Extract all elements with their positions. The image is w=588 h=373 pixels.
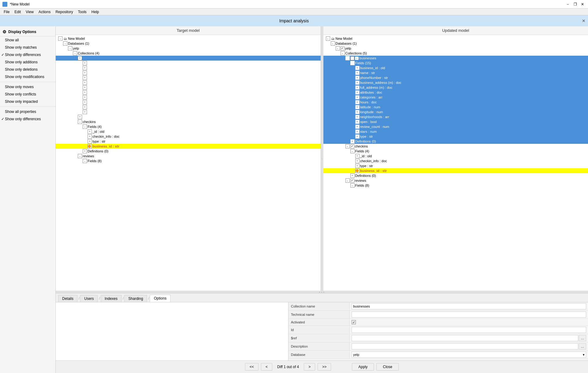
- sidebar-item-show-deletions[interactable]: Show only deletions: [0, 66, 55, 73]
- checkbox-icon[interactable]: ✓: [350, 144, 354, 148]
- technical-name-input[interactable]: [352, 311, 586, 318]
- horizontal-splitter[interactable]: • • •: [56, 291, 588, 293]
- expander-icon[interactable]: -: [68, 46, 72, 50]
- tree-row-businesses-selected[interactable]: - ✓ ○ businesses: [323, 56, 588, 61]
- tab-sharding[interactable]: Sharding: [124, 295, 147, 302]
- apply-button[interactable]: Apply: [352, 363, 374, 371]
- expander-icon[interactable]: -: [336, 46, 340, 50]
- expander-icon[interactable]: -: [341, 51, 345, 55]
- database-select[interactable]: yelp ▾: [352, 352, 586, 358]
- description-input[interactable]: [352, 343, 578, 349]
- expander-icon[interactable]: -: [345, 56, 350, 60]
- sidebar-divider-2: [0, 106, 55, 107]
- tab-users[interactable]: Users: [80, 295, 98, 302]
- nav-last-button[interactable]: >>: [318, 363, 331, 371]
- sidebar-item-label: Show only additions: [5, 60, 38, 64]
- menu-tools[interactable]: Tools: [76, 9, 89, 15]
- title-bar-controls[interactable]: − ❐ ✕: [565, 1, 586, 7]
- model-icon: 🗂: [331, 36, 335, 41]
- sidebar-item-show-impacted[interactable]: Show only impacted: [0, 98, 55, 105]
- nav-next-button[interactable]: >: [304, 363, 315, 371]
- activated-checkbox[interactable]: ✓: [352, 320, 356, 324]
- expander-icon[interactable]: -: [58, 36, 62, 41]
- sidebar-item-show-moves[interactable]: Show only moves: [0, 83, 55, 91]
- checkbox-icon[interactable]: ✓: [350, 179, 354, 183]
- expander-icon[interactable]: -: [326, 36, 330, 41]
- tabs-bar: Details / Users / Indexes / Sharding / O…: [56, 293, 588, 302]
- target-model-tree[interactable]: - 🗂 New Model - Databases (1) - y: [56, 35, 321, 291]
- leaf-icon: +: [83, 76, 87, 80]
- field-value-collection-name: [350, 302, 588, 310]
- vertical-splitter[interactable]: ⋮: [321, 26, 323, 291]
- sidebar-item-show-all[interactable]: Show all: [0, 36, 55, 44]
- expander-icon[interactable]: -: [63, 41, 67, 46]
- close-button[interactable]: Close: [376, 363, 399, 371]
- tab-indexes[interactable]: Indexes: [101, 295, 122, 302]
- tab-details[interactable]: Details: [58, 295, 77, 302]
- tab-options[interactable]: Options: [150, 295, 170, 302]
- sidebar-item-show-differences-2[interactable]: Show only differences: [0, 115, 55, 123]
- expander-icon[interactable]: -: [83, 159, 87, 163]
- menu-view[interactable]: View: [23, 9, 36, 15]
- menu-actions[interactable]: Actions: [36, 9, 53, 15]
- leaf-icon: +: [355, 120, 360, 124]
- title-bar-left: *New Model: [2, 2, 30, 7]
- tree-node-label: type : str: [360, 164, 373, 168]
- expander-icon[interactable]: -: [331, 41, 335, 46]
- sidebar-header: ⚙ Display Options: [0, 28, 55, 36]
- expander-icon[interactable]: -: [78, 120, 82, 124]
- warning-icon: [88, 145, 91, 148]
- leaf-icon: +: [355, 164, 360, 168]
- tree-row: + longitude : num: [323, 110, 588, 114]
- leaf-icon: +: [83, 95, 87, 99]
- updated-model-tree[interactable]: - 🗂 New Model - Databases (1) - ✓: [323, 35, 588, 291]
- tree-row: - Databases (1): [323, 41, 588, 46]
- sidebar-item-show-matches[interactable]: Show only matches: [0, 44, 55, 51]
- expander-icon[interactable]: -: [350, 61, 355, 65]
- tree-node-label: _id : old: [92, 130, 104, 133]
- nav-footer: << < Diff 1 out of 4 > >> Apply Close: [56, 360, 588, 373]
- impact-close-button[interactable]: ✕: [582, 18, 586, 24]
- sidebar-item-show-modifications[interactable]: Show only modifications: [0, 73, 55, 80]
- leaf-icon: [355, 169, 360, 173]
- sidebar-item-show-additions[interactable]: Show only additions: [0, 58, 55, 66]
- form-row-collection-name: Collection name: [288, 302, 588, 311]
- ref-input[interactable]: [352, 335, 578, 341]
- sidebar-item-show-differences-1[interactable]: Show only differences: [0, 51, 55, 58]
- trees-panel: Target model - 🗂 New Model - Databases (…: [56, 26, 588, 291]
- expander-icon[interactable]: -: [78, 154, 82, 158]
- impact-analysis-header: Impact analysis ✕: [0, 15, 588, 26]
- expander-icon[interactable]: -: [73, 51, 77, 55]
- ref-browse-button[interactable]: …: [579, 335, 586, 341]
- menu-edit[interactable]: Edit: [12, 9, 23, 15]
- tree-node-label: checkin_info : doc: [360, 159, 387, 163]
- checkbox-icon[interactable]: ✓: [350, 56, 354, 60]
- menu-repository[interactable]: Repository: [53, 9, 75, 15]
- expander-icon[interactable]: -: [345, 144, 350, 148]
- tree-node-label: Definitions (0): [88, 149, 108, 153]
- collection-name-input[interactable]: [352, 303, 586, 309]
- checkbox-icon[interactable]: ✓: [341, 47, 345, 50]
- tree-node-label: Fields (4): [355, 149, 369, 153]
- tree-row-selected[interactable]: +: [56, 56, 321, 61]
- expander-icon[interactable]: -: [350, 183, 355, 188]
- sidebar-item-show-conflicts[interactable]: Show only conflicts: [0, 91, 55, 98]
- nav-first-button[interactable]: <<: [245, 363, 258, 371]
- bottom-left-panel: [56, 302, 288, 360]
- leaf-icon: +: [83, 149, 87, 153]
- menu-help[interactable]: Help: [89, 9, 102, 15]
- expander-icon[interactable]: -: [345, 178, 350, 183]
- description-browse-button[interactable]: …: [579, 343, 586, 349]
- form-row-ref: $ref …: [288, 334, 588, 342]
- sidebar-item-show-all-properties[interactable]: Show all properties: [0, 108, 55, 115]
- minimize-button[interactable]: −: [565, 1, 571, 7]
- nav-prev-button[interactable]: <: [261, 363, 272, 371]
- expander-icon[interactable]: -: [83, 125, 87, 129]
- id-input[interactable]: [352, 327, 586, 333]
- expander-icon[interactable]: -: [350, 149, 355, 153]
- maximize-button[interactable]: ❐: [572, 1, 578, 7]
- menu-file[interactable]: File: [1, 9, 12, 15]
- tree-row: +: [56, 105, 321, 110]
- close-window-button[interactable]: ✕: [579, 1, 586, 7]
- content-area: Target model - 🗂 New Model - Databases (…: [56, 26, 588, 373]
